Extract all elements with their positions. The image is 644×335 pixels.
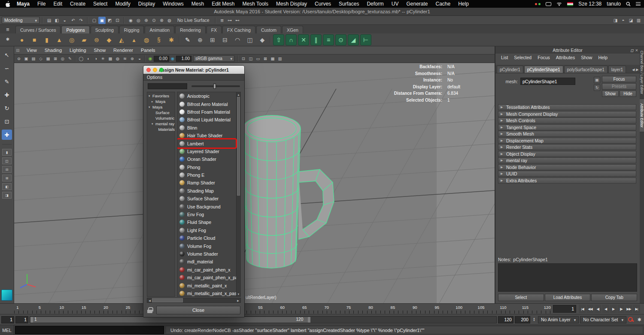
uv-editor-icon[interactable]: [1, 290, 12, 301]
construction-history-icon[interactable]: ≣: [219, 17, 226, 24]
notification-center-icon[interactable]: [636, 2, 641, 6]
ae-tab-polysurfaceshape1[interactable]: polySurfaceShape1: [564, 66, 608, 73]
field-chart-icon[interactable]: ▦: [269, 55, 276, 62]
go-to-end-button[interactable]: ▶|: [633, 305, 640, 313]
ae-tab-layer1[interactable]: layer1: [608, 66, 626, 73]
pin-panel-icon[interactable]: [630, 48, 634, 53]
playback-end-field[interactable]: 120: [498, 316, 513, 323]
two-pane-side-layout-icon[interactable]: ◫: [2, 157, 12, 164]
step-forward-frame-button[interactable]: ▶▶: [625, 305, 632, 313]
snap-grid-icon[interactable]: ◉: [127, 17, 134, 24]
symmetry-icon[interactable]: ⊢: [360, 34, 371, 45]
step-back-key-button[interactable]: ◀|: [594, 305, 601, 313]
snap-curve-icon[interactable]: ◎: [135, 17, 142, 24]
shelf-tab-custom[interactable]: Custom: [256, 26, 281, 33]
motion-blur-icon[interactable]: ≋: [122, 55, 128, 62]
menu-generate[interactable]: Generate: [402, 1, 431, 7]
ae-menu-attributes[interactable]: Attributes: [553, 55, 578, 60]
ae-section-header[interactable]: Mesh Controls: [498, 118, 636, 124]
material-item[interactable]: mi_metallic_paint_x_pas...: [177, 290, 236, 297]
scrollbar-thumb[interactable]: [237, 97, 240, 196]
poly-cone-icon[interactable]: ▲: [54, 34, 65, 45]
crease-tool-icon[interactable]: ◢: [348, 34, 359, 45]
snap-view-plane-icon[interactable]: ⊗: [158, 17, 165, 24]
material-item[interactable]: Blinn: [177, 124, 236, 132]
shelf-config-icon[interactable]: ✱: [4, 36, 12, 43]
menu-create[interactable]: Create: [66, 1, 89, 7]
shelf-menu-icon[interactable]: ≣: [4, 26, 12, 33]
horizontal-scrollbar[interactable]: [147, 298, 241, 303]
menu-curves[interactable]: Curves: [311, 1, 335, 7]
material-item[interactable]: Bifrost Liquid Material: [177, 116, 236, 124]
multisampling-icon[interactable]: ⊛: [129, 55, 136, 62]
ae-tab-pcylindershape1[interactable]: pCylinderShape1: [524, 66, 563, 73]
keyboard-layout-flag-icon[interactable]: [567, 2, 573, 6]
scroll-left-icon[interactable]: [147, 298, 152, 302]
shelf-tab-animation[interactable]: Animation: [145, 26, 174, 33]
spotlight-icon[interactable]: [626, 2, 631, 6]
poly-platonic-icon[interactable]: ◆: [103, 34, 115, 45]
panel-menu-grip-icon[interactable]: ▤: [16, 48, 23, 52]
shelf-tab-curves-surfaces[interactable]: Curves / Surfaces: [15, 26, 61, 33]
gamma-field[interactable]: 1.00: [176, 56, 191, 62]
save-scene-icon[interactable]: ◒: [61, 17, 68, 24]
safe-title-icon[interactable]: ▥: [276, 55, 283, 62]
menu-maya[interactable]: Maya: [13, 1, 33, 7]
animation-start-field[interactable]: 1: [15, 316, 28, 323]
menubar-clock[interactable]: Sze 12:38: [578, 1, 601, 7]
ae-section-header[interactable]: mental ray: [498, 157, 636, 163]
tree-materials[interactable]: Materials: [147, 127, 175, 132]
select-mask-icon[interactable]: ⊡: [114, 17, 121, 24]
select-object-icon[interactable]: ▣: [98, 17, 106, 24]
shelf-tab-sculpting[interactable]: Sculpting: [91, 26, 118, 33]
select-tool-icon[interactable]: ↖: [2, 50, 12, 60]
poly-gear-icon[interactable]: ✱: [166, 34, 177, 45]
close-dialog-button[interactable]: Close: [156, 306, 240, 314]
lasso-tool-icon[interactable]: ∽: [2, 63, 12, 73]
tree-volumetric[interactable]: Volumetric: [147, 115, 175, 121]
menu-windows[interactable]: Windows: [159, 1, 188, 7]
select-camera-icon[interactable]: ⊝: [15, 55, 22, 62]
menu-display[interactable]: Display: [134, 1, 159, 7]
gamma-icon[interactable]: ◉: [170, 56, 176, 62]
grease-pencil-icon[interactable]: ✎: [67, 55, 73, 62]
hide-button[interactable]: Hide: [620, 91, 636, 97]
menu-file[interactable]: File: [33, 1, 49, 7]
material-item[interactable]: Volume Shader: [177, 250, 236, 258]
open-scene-icon[interactable]: ◧: [53, 17, 61, 24]
material-item[interactable]: Phong: [177, 163, 236, 171]
ae-menu-focus[interactable]: Focus: [535, 55, 553, 60]
presets-button[interactable]: Presets: [602, 83, 636, 90]
slider-handle[interactable]: [213, 84, 216, 89]
focus-button[interactable]: Focus: [602, 76, 636, 82]
ae-section-header[interactable]: Smooth Mesh: [498, 131, 636, 137]
sidebar-channel-box-icon[interactable]: ◪: [627, 17, 635, 24]
colorspace-dropdown[interactable]: sRGB gamma: [193, 55, 234, 62]
ae-menu-selected[interactable]: Selected: [511, 55, 535, 60]
select-hierarchy-icon[interactable]: ▢: [91, 17, 98, 24]
ae-tab-pcylinder1[interactable]: pCylinder1: [497, 66, 523, 73]
multi-cut-icon[interactable]: ✕: [298, 34, 309, 45]
four-pane-layout-icon[interactable]: ⊞: [2, 175, 12, 181]
xray-icon[interactable]: ◫: [247, 55, 254, 62]
offset-edge-loop-icon[interactable]: ≡: [323, 34, 334, 45]
sidebar-attr-editor-icon[interactable]: ◨: [612, 17, 619, 24]
playback-start-field[interactable]: 1: [1, 316, 14, 323]
ae-section-header[interactable]: UUID: [498, 171, 636, 177]
wireframe-icon[interactable]: ◯: [78, 55, 85, 62]
ambient-occlusion-icon[interactable]: ◍: [114, 55, 121, 62]
attribute-editor-strip-tab[interactable]: Attribute Editor: [640, 99, 644, 132]
scrollbar-thumb[interactable]: [152, 298, 183, 302]
menu-edit-mesh[interactable]: Edit Mesh: [208, 1, 238, 7]
shelf-tab-rendering[interactable]: Rendering: [175, 26, 205, 33]
material-item[interactable]: Hair Tube Shader: [177, 132, 236, 139]
ae-section-header[interactable]: Object Display: [498, 151, 636, 157]
next-tab-arrow-icon[interactable]: [636, 66, 638, 72]
tree-maya[interactable]: ▾ Maya: [147, 104, 175, 110]
outliner-layout-icon[interactable]: ◨: [2, 192, 12, 199]
separate-icon[interactable]: ⊟: [219, 34, 231, 45]
scrollbar-track[interactable]: [237, 196, 240, 292]
smooth-shade-icon[interactable]: ◐: [85, 55, 92, 62]
two-d-pan-zoom-icon[interactable]: ⊞: [52, 55, 59, 62]
material-item[interactable]: Env Fog: [177, 211, 236, 218]
